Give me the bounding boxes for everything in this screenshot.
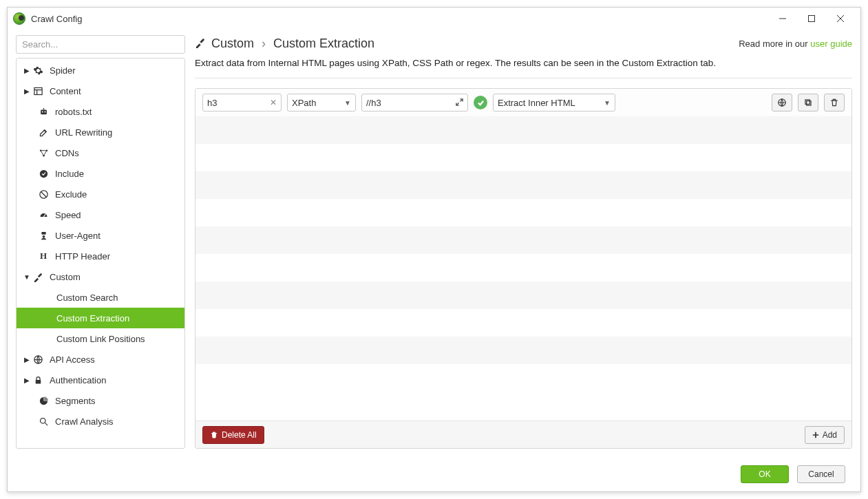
empty-row: [195, 226, 851, 254]
extractors-panel: h3 ✕ XPath ▼ //h3 Extract Inner HTML ▼: [195, 88, 852, 449]
browser-preview-button[interactable]: [772, 94, 792, 112]
sidebar-item-label: Content: [50, 86, 81, 96]
sidebar-item-include[interactable]: Include: [17, 163, 184, 184]
lock-icon: [32, 374, 44, 385]
globe-icon: [32, 354, 44, 365]
sidebar-item-custom-search[interactable]: Custom Search: [17, 287, 184, 308]
add-label: Add: [823, 430, 837, 440]
edit-icon: [37, 127, 50, 138]
chevron-down-icon: ▼: [344, 99, 351, 107]
header-h-icon: H: [37, 251, 50, 262]
breadcrumb: Custom › Custom Extraction: [211, 36, 739, 51]
extractor-name-input[interactable]: h3 ✕: [202, 94, 282, 112]
sidebar-item-custom-link-positions[interactable]: Custom Link Positions: [17, 328, 184, 349]
sidebar-item-label: Speed: [55, 210, 81, 220]
gear-icon: [32, 65, 44, 76]
tools-icon: [195, 37, 206, 50]
svg-point-8: [41, 111, 43, 112]
minimize-button[interactable]: [768, 9, 797, 28]
empty-row: [195, 171, 851, 199]
sidebar-item-api-access[interactable]: ▶ API Access: [17, 349, 184, 370]
breadcrumb-separator: ›: [262, 36, 266, 50]
sidebar-item-label: Segments: [55, 396, 96, 406]
svg-point-19: [42, 235, 45, 237]
svg-rect-1: [809, 16, 815, 22]
gauge-icon: [37, 209, 50, 220]
sidebar-item-http-header[interactable]: H HTTP Header: [17, 246, 184, 266]
extractor-expression-value: //h3: [366, 98, 381, 108]
caret-right-icon: ▶: [23, 376, 30, 384]
sidebar-item-label: URL Rewriting: [55, 127, 112, 138]
sidebar-item-content[interactable]: ▶ Content: [17, 81, 184, 101]
duplicate-button[interactable]: [798, 94, 818, 112]
close-button[interactable]: [826, 9, 855, 28]
sidebar-item-exclude[interactable]: Exclude: [17, 184, 184, 204]
read-more-text: Read more in our user guide: [739, 39, 852, 49]
delete-all-button[interactable]: Delete All: [202, 426, 264, 444]
sidebar-item-spider[interactable]: ▶ Spider: [17, 60, 184, 81]
sidebar-item-label: Include: [55, 169, 84, 179]
ban-icon: [37, 189, 50, 200]
sidebar-item-label: Custom Extraction: [56, 313, 129, 323]
sidebar-item-user-agent[interactable]: User-Agent: [17, 225, 184, 246]
config-tree: ▶ Spider ▶ Content robots.txt URL Rewrit…: [16, 58, 185, 449]
extractor-method-select[interactable]: XPath ▼: [287, 94, 356, 112]
sidebar-item-label: User-Agent: [55, 231, 100, 241]
sidebar-item-segments[interactable]: Segments: [17, 390, 184, 411]
svg-line-23: [45, 423, 47, 425]
valid-check-icon: [474, 96, 487, 109]
search-input-wrapper[interactable]: [16, 35, 185, 54]
sidebar-item-speed[interactable]: Speed: [17, 204, 184, 225]
clear-icon[interactable]: ✕: [270, 98, 277, 107]
breadcrumb-parent: Custom: [211, 36, 254, 50]
sidebar-item-label: HTTP Header: [55, 251, 110, 262]
empty-row: [195, 144, 851, 171]
extractor-output-select[interactable]: Extract Inner HTML ▼: [493, 94, 615, 112]
network-icon: [37, 147, 50, 158]
extractor-method-value: XPath: [292, 98, 316, 108]
svg-rect-21: [35, 379, 41, 383]
extractor-expression-input[interactable]: //h3: [361, 94, 468, 112]
search-input[interactable]: [22, 39, 179, 50]
caret-right-icon: ▶: [23, 87, 30, 95]
check-circle-icon: [37, 168, 50, 179]
sidebar-item-label: Custom Link Positions: [56, 334, 145, 344]
empty-row: [195, 199, 851, 226]
ok-button[interactable]: OK: [741, 465, 789, 483]
extractors-footer: Delete All Add: [195, 421, 851, 448]
window-title: Crawl Config: [31, 14, 82, 24]
sidebar-item-label: Authentication: [50, 375, 106, 385]
app-logo-icon: [13, 12, 25, 25]
user-guide-link[interactable]: user guide: [810, 39, 852, 49]
svg-point-9: [44, 111, 45, 112]
robot-icon: [37, 106, 50, 117]
sidebar-item-label: Crawl Analysis: [55, 416, 114, 427]
svg-line-16: [41, 191, 46, 197]
extractor-row: h3 ✕ XPath ▼ //h3 Extract Inner HTML ▼: [195, 89, 851, 116]
sidebar-item-url-rewriting[interactable]: URL Rewriting: [17, 122, 184, 142]
user-agent-icon: [37, 230, 50, 241]
chevron-down-icon: ▼: [604, 99, 611, 107]
expand-icon[interactable]: [456, 98, 463, 108]
add-button[interactable]: Add: [805, 426, 845, 444]
sidebar-item-authentication[interactable]: ▶ Authentication: [17, 370, 184, 390]
delete-row-button[interactable]: [824, 94, 845, 112]
sidebar-item-custom-extraction[interactable]: Custom Extraction: [17, 308, 184, 328]
empty-row: [195, 116, 851, 144]
main-panel: Custom › Custom Extraction Read more in …: [195, 35, 852, 449]
maximize-button[interactable]: [797, 9, 826, 28]
empty-row: [195, 309, 851, 337]
sidebar-item-custom[interactable]: ▼ Custom: [17, 266, 184, 287]
sidebar-item-label: Spider: [50, 65, 76, 76]
sidebar-item-label: API Access: [50, 354, 95, 365]
cancel-button[interactable]: Cancel: [797, 465, 845, 483]
sidebar-item-cdns[interactable]: CDNs: [17, 142, 184, 163]
sidebar-item-label: robots.txt: [55, 107, 92, 117]
sidebar-item-robots[interactable]: robots.txt: [17, 101, 184, 122]
sidebar-item-label: Custom: [50, 272, 81, 282]
cancel-label: Cancel: [808, 469, 834, 479]
dialog-footer: OK Cancel: [8, 457, 860, 491]
sidebar-item-crawl-analysis[interactable]: Crawl Analysis: [17, 411, 184, 432]
sidebar-item-label: Exclude: [55, 189, 87, 200]
ok-label: OK: [759, 469, 770, 479]
